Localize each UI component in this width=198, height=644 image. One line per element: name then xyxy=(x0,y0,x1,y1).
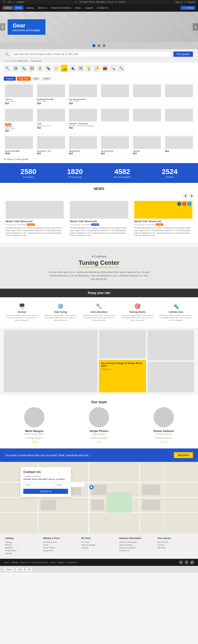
product-card[interactable]: TGS Spotters & Mirrors $54 xyxy=(36,108,66,133)
news-next-button[interactable]: ❯ xyxy=(189,194,194,198)
product-card[interactable] xyxy=(100,83,130,106)
bottom-nav-link-0[interactable]: Home xyxy=(4,561,9,564)
nav-link-home[interactable]: Home xyxy=(14,6,23,10)
footer-link-3-2[interactable]: Terms & Condition xyxy=(119,547,155,549)
product-tab-0[interactable]: Popular xyxy=(4,77,16,81)
footer-link-0-2[interactable]: Batteries xyxy=(5,547,41,549)
bottom-social-icon-0[interactable]: f xyxy=(179,560,183,564)
category-icon-11[interactable]: 🔑 xyxy=(93,65,100,72)
product-card[interactable]: MagnaTech $54 xyxy=(68,135,98,156)
hero-prev-button[interactable]: ❮ xyxy=(0,23,5,31)
search-input[interactable] xyxy=(11,51,171,57)
nav-link-catalog[interactable]: Catalog xyxy=(24,6,35,10)
bottom-social-icon-1[interactable]: t xyxy=(185,560,189,564)
footer-link-2-0[interactable]: RV Parts xyxy=(81,541,117,543)
footer-link-1-1[interactable]: Audio xyxy=(43,544,79,546)
footer-link-0-1[interactable]: Articles xyxy=(5,544,41,546)
news-card-1[interactable]: READY FOR TRACK DAY 22 Aug 2015 | 4 comm… xyxy=(68,199,130,238)
category-icon-8[interactable]: 🔌 xyxy=(69,65,76,72)
cta-button[interactable]: Get price xyxy=(174,452,193,458)
search-button[interactable]: Find goods xyxy=(173,51,193,57)
category-icon-12[interactable]: 🧰 xyxy=(101,65,108,72)
news-prev-button[interactable]: ❮ xyxy=(183,194,188,198)
product-card[interactable]: BedRug Bed Mat Other, Filters $54 xyxy=(36,83,66,106)
nav-logo[interactable]: LOGO xyxy=(3,6,13,10)
product-card[interactable] xyxy=(164,108,194,133)
product-card[interactable]: Tach91 $54 xyxy=(132,135,162,156)
show-more-button[interactable]: ▼ Show 12 more goods xyxy=(4,158,194,161)
product-card[interactable]: Kia Suspension® Other, Filters $54 xyxy=(68,83,98,106)
hero-next-button[interactable]: ❯ xyxy=(193,23,198,31)
product-card[interactable] xyxy=(132,83,162,106)
category-icon-13[interactable]: 🪛 xyxy=(109,65,117,72)
nav-cart[interactable]: 🛒 0 Items xyxy=(180,6,195,10)
category-icon-5[interactable]: 🔦 xyxy=(44,65,52,72)
footer-link-3-1[interactable]: Delivery policy xyxy=(119,544,155,546)
footer-link-2-1[interactable]: Tools & Garage xyxy=(81,544,117,546)
language-label[interactable]: English xyxy=(17,1,24,3)
nav-link-payment-&-delivery[interactable]: Payment & Delivery xyxy=(49,6,73,10)
footer-link-1-2[interactable]: Power Plants xyxy=(43,547,79,549)
contact-email-input[interactable] xyxy=(55,482,85,487)
category-icon-0[interactable]: 🔧 xyxy=(4,65,11,72)
footer-link-1-3[interactable]: Body Parts xyxy=(43,549,79,552)
facebook-button[interactable]: f xyxy=(177,202,181,206)
footer-link-2-2[interactable]: Outdoor xyxy=(81,547,117,549)
category-icon-4[interactable]: 🔋 xyxy=(36,65,43,72)
hero-dot-1[interactable] xyxy=(92,44,95,47)
footer-link-0-0[interactable]: Catalog xyxy=(5,541,41,543)
product-card[interactable]: SALE T-Rex II Other, Filters $54 xyxy=(4,108,34,133)
contact-name-input[interactable] xyxy=(23,482,54,487)
footer-link-1-0[interactable]: Wheels & Tires xyxy=(43,541,79,543)
bottom-nav-link-3[interactable]: Payment & Delivery xyxy=(31,561,48,564)
register-link[interactable]: Register xyxy=(187,1,195,3)
footer-link-4-0[interactable]: My Account xyxy=(157,541,193,543)
bottom-nav-link-6[interactable]: Contact Us xyxy=(67,561,77,564)
hero-dot-2[interactable] xyxy=(97,44,101,47)
product-tab-1[interactable]: Sale 20% xyxy=(17,77,31,81)
bottom-social-icon-2[interactable]: g+ xyxy=(190,560,194,564)
hero-dot-3[interactable] xyxy=(103,44,106,47)
googleplus-button[interactable]: g xyxy=(182,202,186,206)
nav-link-contact-us[interactable]: Contact Us xyxy=(95,6,110,10)
bottom-nav-link-5[interactable]: Support xyxy=(58,561,65,564)
search-hint-link-1[interactable]: Brake pads xyxy=(18,60,28,62)
contact-submit-button[interactable]: Contact Us xyxy=(23,489,68,494)
footer-link-4-1[interactable]: Forums xyxy=(157,544,193,546)
bottom-nav-link-4[interactable]: News xyxy=(51,561,56,564)
product-card[interactable] xyxy=(132,108,162,133)
product-card[interactable]: DuraTech - 0.5 $54 xyxy=(36,135,66,156)
news-card-0[interactable]: READY FOR TRACK DAY 22 Aug 2015 | 4 comm… xyxy=(4,199,65,238)
product-tab-2[interactable]: New xyxy=(32,77,40,81)
bottom-nav-link-1[interactable]: Catalog xyxy=(11,561,18,564)
bottom-nav-link-2[interactable]: About Us xyxy=(20,561,29,564)
category-icon-7[interactable]: 🏎️ xyxy=(61,65,68,72)
nav-link-support[interactable]: Support xyxy=(83,6,95,10)
category-icon-3[interactable]: 🛞 xyxy=(28,65,35,72)
footer-link-3-0[interactable]: Delivery Information xyxy=(119,541,155,543)
nav-link-about-us[interactable]: About Us xyxy=(36,6,49,10)
footer-link-3-3[interactable]: Contact us xyxy=(119,549,155,552)
category-icon-14[interactable]: 🔨 xyxy=(118,65,125,72)
category-icon-6[interactable]: ⭐ xyxy=(53,65,60,72)
category-icon-9[interactable]: 🛠️ xyxy=(77,65,84,72)
category-icon-1[interactable]: ⚙️ xyxy=(12,65,19,72)
news-card-2[interactable]: f g t READY FOR TRACK DAY 22 Aug 2015 | … xyxy=(133,199,194,238)
search-hint-link-2[interactable]: Turbo parts xyxy=(31,60,41,62)
product-card[interactable]: $54 xyxy=(164,135,194,156)
product-card[interactable]: Bushcraft 4WD $259 xyxy=(4,135,34,156)
nav-link-news[interactable]: News xyxy=(73,6,83,10)
product-tab-3[interactable]: Action xyxy=(41,77,52,81)
product-card[interactable]: ZLA Door kit $54 xyxy=(100,135,130,156)
product-card[interactable]: Petronit - Alternator Batteries, Alterna… xyxy=(68,108,98,133)
signin-link[interactable]: Sign In xyxy=(175,1,182,3)
product-card[interactable] xyxy=(100,108,130,133)
category-icon-10[interactable]: 💡 xyxy=(85,65,92,72)
footer-link-0-3[interactable]: Performance xyxy=(5,549,41,552)
footer-link-0-4[interactable]: Lighting xyxy=(5,552,41,554)
footer-link-4-2[interactable]: Site map xyxy=(157,547,193,549)
product-card[interactable]: T-Rex II Other, Filters $54 xyxy=(4,83,34,106)
twitter-button[interactable]: t xyxy=(187,202,191,206)
product-card[interactable] xyxy=(164,83,194,106)
category-icon-2[interactable]: 🔩 xyxy=(20,65,27,72)
